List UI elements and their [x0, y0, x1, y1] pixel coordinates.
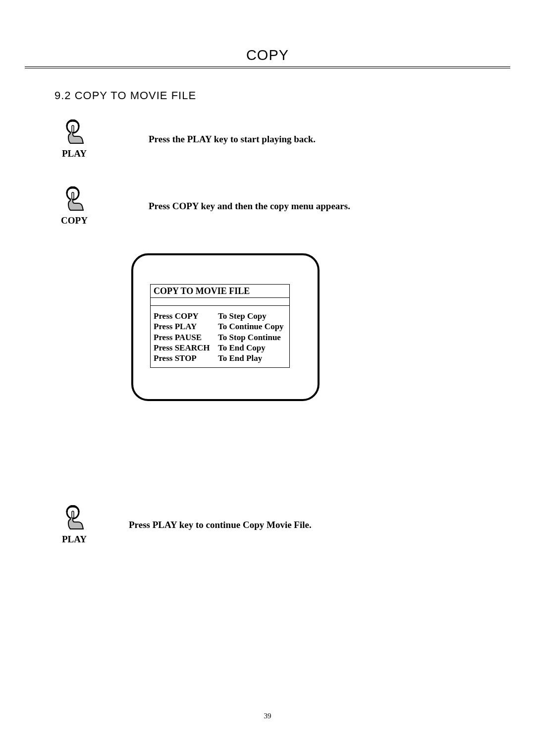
- copy-menu-row: Press PAUSE To Stop Continue: [154, 332, 286, 343]
- copy-menu-action: To Stop Continue: [218, 332, 281, 343]
- svg-rect-5: [72, 511, 74, 518]
- screen-menu-wrapper: COPY TO MOVIE FILE Press COPY To Step Co…: [131, 253, 490, 401]
- copy-menu-action: To End Play: [218, 353, 262, 363]
- key-label: PLAY: [54, 148, 94, 159]
- copy-menu-table: COPY TO MOVIE FILE Press COPY To Step Co…: [150, 284, 290, 368]
- press-key-icon: [63, 119, 85, 145]
- document-page: COPY 9.2 COPY TO MOVIE FILE PLAY Press t…: [0, 0, 535, 545]
- copy-menu-row: Press STOP To End Play: [154, 353, 286, 363]
- press-key-icon: [63, 186, 85, 212]
- content-area: 9.2 COPY TO MOVIE FILE PLAY Press the PL…: [25, 69, 510, 545]
- copy-menu-gap: [151, 298, 289, 306]
- copy-menu-title: COPY TO MOVIE FILE: [151, 285, 289, 298]
- copy-menu-action: To Step Copy: [218, 311, 267, 321]
- section-heading: 9.2 COPY TO MOVIE FILE: [54, 89, 490, 102]
- key-label: PLAY: [54, 534, 94, 545]
- copy-menu-key: Press PAUSE: [154, 332, 218, 343]
- key-icon-block-copy: COPY: [54, 186, 94, 226]
- screen-menu-box: COPY TO MOVIE FILE Press COPY To Step Co…: [131, 253, 320, 401]
- copy-menu-action: To End Copy: [218, 343, 266, 353]
- svg-rect-3: [72, 192, 74, 199]
- copy-menu-row: Press COPY To Step Copy: [154, 311, 286, 321]
- instruction-text: Press PLAY key to continue Copy Movie Fi…: [129, 520, 312, 530]
- page-header-title: COPY: [25, 47, 510, 63]
- key-label: COPY: [54, 215, 94, 226]
- page-number: 39: [0, 712, 535, 720]
- instruction-text: Press COPY key and then the copy menu ap…: [149, 201, 350, 212]
- instruction-step-2: COPY Press COPY key and then the copy me…: [54, 186, 490, 226]
- copy-menu-row: Press SEARCH To End Copy: [154, 343, 286, 353]
- instruction-step-3: PLAY Press PLAY key to continue Copy Mov…: [54, 505, 490, 545]
- press-key-icon: [63, 505, 85, 531]
- copy-menu-row: Press PLAY To Continue Copy: [154, 321, 286, 332]
- copy-menu-action: To Continue Copy: [218, 321, 284, 332]
- key-icon-block-play: PLAY: [54, 119, 94, 159]
- copy-menu-body: Press COPY To Step Copy Press PLAY To Co…: [151, 306, 289, 367]
- copy-menu-key: Press COPY: [154, 311, 218, 321]
- copy-menu-key: Press STOP: [154, 353, 218, 363]
- instruction-step-1: PLAY Press the PLAY key to start playing…: [54, 119, 490, 159]
- instruction-text: Press the PLAY key to start playing back…: [149, 134, 316, 145]
- key-icon-block-play-2: PLAY: [54, 505, 94, 545]
- copy-menu-key: Press PLAY: [154, 321, 218, 332]
- copy-menu-key: Press SEARCH: [154, 343, 218, 353]
- svg-rect-1: [72, 125, 74, 132]
